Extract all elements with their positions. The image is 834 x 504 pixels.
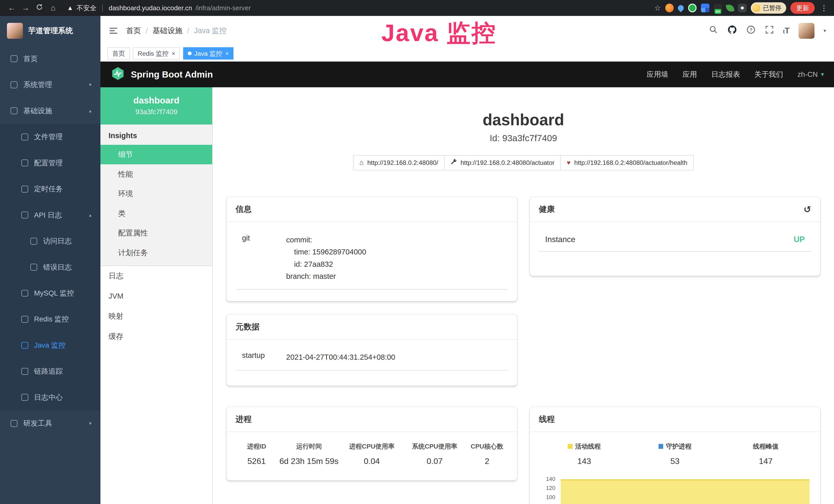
sba-item-classes[interactable]: 类 <box>101 204 212 223</box>
sba-title: Spring Boot Admin <box>131 69 213 79</box>
browser-toolbar: ← → ⌂ ▲ 不安全 dashboard.yudao.iocoder.cn/i… <box>0 0 834 16</box>
browser-menu-icon[interactable]: ⋮ <box>819 4 829 12</box>
health-url-link[interactable]: ♥ http://192.168.0.2:48080/actuator/heal… <box>561 155 694 170</box>
close-icon[interactable]: × <box>172 50 175 57</box>
instance-health-row: Instance UP <box>539 230 811 252</box>
file-icon <box>21 134 28 140</box>
home-icon[interactable]: ⌂ <box>47 3 60 13</box>
card-title: 元数据 <box>236 321 259 332</box>
browser-window: ← → ⌂ ▲ 不安全 dashboard.yudao.iocoder.cn/i… <box>0 0 834 504</box>
extension-icon-pin[interactable] <box>738 4 746 12</box>
github-icon[interactable] <box>727 25 737 37</box>
locale-label: zh-CN <box>797 70 818 78</box>
sba-item-caches[interactable]: 缓存 <box>101 327 212 347</box>
back-icon[interactable]: ← <box>5 3 18 13</box>
sba-nav-about[interactable]: 关于我们 <box>754 70 783 79</box>
chevron-down-icon: ▾ <box>821 71 824 78</box>
refresh-icon[interactable] <box>33 3 46 13</box>
update-button[interactable]: 更新 <box>790 2 815 14</box>
sba-sidebar: dashboard 93a3fc7f7409 Insights 细节 性能 环境… <box>101 87 213 504</box>
sidebar-item-scheduled-tasks[interactable]: 定时任务 <box>0 176 101 202</box>
tab-redis-monitor[interactable]: Redis 监控 × <box>133 47 180 60</box>
sba-item-logs[interactable]: 日志 <box>101 266 212 286</box>
sidebar-item-label: 错误日志 <box>43 262 72 272</box>
card-title: 健康 <box>539 204 555 215</box>
metric-label: 运行时间 <box>278 442 340 451</box>
locale-selector[interactable]: zh-CN ▾ <box>797 70 824 78</box>
app-logo[interactable]: 芋道管理系统 <box>0 16 101 46</box>
page-subtitle: Id: 93a3fc7f7409 <box>226 133 820 143</box>
active-tab-dot <box>188 52 191 55</box>
tab-label: Java 监控 <box>194 49 222 58</box>
breadcrumb-current: Java 监控 <box>194 26 226 36</box>
extension-icon-switch[interactable]: on <box>714 4 722 12</box>
sidebar-item-api-logs[interactable]: API 日志 ▴ <box>0 202 101 228</box>
sba-item-details[interactable]: 细节 <box>101 145 212 165</box>
info-key: git <box>236 234 286 283</box>
link-label: http://192.168.0.2:48080/actuator/health <box>574 159 687 166</box>
history-icon[interactable]: ↺ <box>804 204 811 215</box>
smiley-icon <box>752 4 760 12</box>
help-icon[interactable]: ? <box>746 25 756 37</box>
forward-icon[interactable]: → <box>19 3 32 13</box>
tab-home[interactable]: 首页 <box>107 47 130 60</box>
search-icon[interactable] <box>709 25 718 36</box>
threads-card: 线程 活动线程 143 守护进程 <box>530 407 820 504</box>
breadcrumb-infrastructure[interactable]: 基础设施 <box>153 26 182 36</box>
status-badge: UP <box>794 235 805 244</box>
sba-item-performance[interactable]: 性能 <box>101 164 212 184</box>
instance-links: ⌂ http://192.168.0.2:48080/ http://192.1… <box>226 155 820 170</box>
sba-item-config-props[interactable]: 配置属性 <box>101 223 212 243</box>
sidebar-item-access-logs[interactable]: 访问日志 <box>0 228 101 254</box>
git-branch-line: branch: master <box>286 270 508 283</box>
sidebar-item-mysql-monitor[interactable]: MySQL 监控 <box>0 280 101 306</box>
sba-nav-journal[interactable]: 日志报表 <box>711 70 740 79</box>
close-icon[interactable]: × <box>225 50 229 57</box>
tab-java-monitor[interactable]: Java 监控 × <box>183 47 234 60</box>
sidebar-item-file-management[interactable]: 文件管理 <box>0 124 101 150</box>
sba-item-mappings[interactable]: 映射 <box>101 306 212 327</box>
user-avatar[interactable] <box>798 23 814 39</box>
java-icon <box>21 342 28 349</box>
service-url-link[interactable]: ⌂ http://192.168.0.2:48080/ <box>353 155 445 170</box>
sidebar-item-link-tracing[interactable]: 链路追踪 <box>0 359 101 384</box>
sba-nav-wallboard[interactable]: 应用墙 <box>647 70 668 79</box>
extension-icon-grid[interactable] <box>701 4 709 12</box>
sidebar-item-config-management[interactable]: 配置管理 <box>0 150 101 176</box>
instance-header[interactable]: dashboard 93a3fc7f7409 <box>101 87 212 125</box>
extension-icon-orange[interactable] <box>665 4 674 12</box>
address-bar[interactable]: ▲ 不安全 dashboard.yudao.iocoder.cn/infra/a… <box>67 4 251 13</box>
url-path: /infra/admin-server <box>195 4 251 12</box>
profile-paused-badge[interactable]: 已暂停 <box>751 2 786 13</box>
sba-item-scheduled-tasks[interactable]: 计划任务 <box>101 243 212 263</box>
fullscreen-icon[interactable] <box>765 25 774 36</box>
insights-group-label: Insights <box>101 124 212 145</box>
metric-value: 5261 <box>236 457 278 466</box>
link-label: http://192.168.0.2:48080/actuator <box>461 159 554 166</box>
sba-item-jvm[interactable]: JVM <box>101 286 212 306</box>
collapse-menu-icon[interactable] <box>108 26 118 36</box>
sidebar-item-error-logs[interactable]: 错误日志 <box>0 254 101 280</box>
metric-value: 2 <box>466 457 508 466</box>
bookmark-star-icon[interactable]: ☆ <box>654 4 661 12</box>
extension-icon-leaf[interactable] <box>726 4 734 12</box>
avatar-caret-icon[interactable]: ▾ <box>824 28 826 33</box>
font-size-icon[interactable]: tT <box>783 26 790 36</box>
threads-chart: 140 120 100 <box>539 475 811 504</box>
sidebar-item-redis-monitor[interactable]: Redis 监控 <box>0 306 101 332</box>
sidebar-item-java-monitor[interactable]: Java 监控 <box>0 332 101 358</box>
actuator-url-link[interactable]: http://192.168.0.2:48080/actuator <box>445 155 561 170</box>
breadcrumb-home[interactable]: 首页 <box>126 26 141 36</box>
instance-id: 93a3fc7f7409 <box>106 108 207 116</box>
sba-nav-applications[interactable]: 应用 <box>683 70 697 79</box>
sidebar-item-system-management[interactable]: 系统管理 ▾ <box>0 72 101 98</box>
sidebar-item-log-center[interactable]: 日志中心 <box>0 384 101 410</box>
sidebar-item-infrastructure[interactable]: 基础设施 ▴ <box>0 98 101 124</box>
home-icon: ⌂ <box>359 159 364 167</box>
extension-icon-green[interactable] <box>688 4 697 12</box>
sidebar-item-dev-tools[interactable]: 研发工具 ▾ <box>0 411 101 436</box>
extension-icon-drop[interactable] <box>677 4 685 12</box>
sba-item-environment[interactable]: 环境 <box>101 184 212 204</box>
sidebar-item-home[interactable]: 首页 <box>0 46 101 72</box>
card-title: 信息 <box>236 204 251 215</box>
